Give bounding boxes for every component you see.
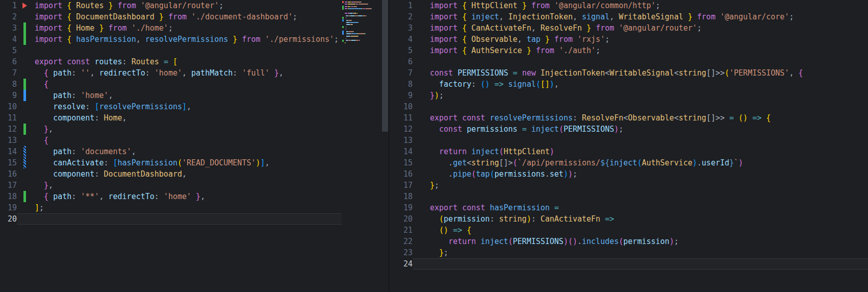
code-line[interactable]: 9}); [389, 90, 868, 101]
code-line[interactable]: 2import { inject, InjectionToken, signal… [389, 11, 868, 22]
code-line[interactable]: 9 path: 'home', [0, 90, 342, 101]
code-line[interactable]: 17}; [389, 180, 868, 191]
line-number[interactable]: 1 [389, 0, 413, 11]
line-number[interactable]: 17 [0, 180, 17, 191]
line-number[interactable]: 18 [389, 191, 413, 202]
line-number[interactable]: 14 [389, 146, 413, 157]
gutter-decoration [17, 168, 32, 180]
gutter-decoration [413, 135, 427, 146]
code-line[interactable]: 2import { DocumentDashboard } from './do… [0, 11, 342, 22]
line-number[interactable]: 17 [389, 180, 413, 191]
code-line[interactable]: 23 }; [389, 247, 868, 258]
line-number[interactable]: 19 [0, 202, 17, 213]
line-number[interactable]: 15 [389, 157, 413, 168]
code-line[interactable]: 5import { AuthService } from './auth'; [389, 45, 868, 56]
line-number[interactable]: 23 [389, 247, 413, 258]
minimap[interactable] [342, 0, 381, 292]
code-line[interactable]: 19]; [0, 202, 342, 213]
code-line[interactable]: 12 }, [0, 124, 342, 135]
scrollbar[interactable] [381, 0, 389, 292]
line-number[interactable]: 11 [0, 112, 17, 124]
scrollbar-slider[interactable] [382, 0, 388, 132]
code-line[interactable]: 5 [0, 45, 342, 56]
line-number[interactable]: 16 [0, 168, 17, 180]
code-line[interactable]: 8 factory: () => signal([]), [389, 79, 868, 90]
line-number[interactable]: 5 [389, 45, 413, 56]
line-number[interactable]: 15 [0, 157, 17, 168]
code-line[interactable]: 13 { [0, 135, 342, 146]
code-line[interactable]: 18 [389, 191, 868, 202]
code-line[interactable]: 10 resolve: [resolvePermissions], [0, 101, 342, 112]
code-line[interactable]: 16 .pipe(tap(permissions.set)); [389, 168, 868, 180]
code-line[interactable]: 15 .get<string[]>(`/api/permissions/${in… [389, 157, 868, 168]
code-line[interactable]: 20 (permission: string): CanActivateFn =… [389, 213, 868, 225]
code-line[interactable]: 7 { path: '', redirectTo: 'home', pathMa… [0, 67, 342, 79]
code-line[interactable]: 4import { Observable, tap } from 'rxjs'; [389, 34, 868, 45]
line-number[interactable]: 9 [389, 90, 413, 101]
line-number[interactable]: 3 [0, 22, 17, 34]
code-line[interactable]: 11 component: Home, [0, 112, 342, 124]
code-line[interactable]: 10 [389, 101, 868, 112]
line-number[interactable]: 2 [0, 11, 17, 22]
code-line[interactable]: 24 [389, 258, 868, 270]
code-line[interactable]: 6 [389, 56, 868, 67]
left-editor-pane[interactable]: 1import { Routes } from '@angular/router… [0, 0, 342, 292]
line-number[interactable]: 5 [0, 45, 17, 56]
line-number[interactable]: 12 [0, 124, 17, 135]
code-text: import { Home } from './home'; [32, 22, 342, 34]
code-line[interactable]: 19export const hasPermission = [389, 202, 868, 213]
code-line[interactable]: 18 { path: '**', redirectTo: 'home' }, [0, 191, 342, 202]
line-number[interactable]: 3 [389, 22, 413, 34]
line-number[interactable]: 2 [389, 11, 413, 22]
line-number[interactable]: 13 [389, 135, 413, 146]
gutter-decoration [17, 67, 32, 79]
code-line[interactable]: 22 return inject(PERMISSIONS)().includes… [389, 236, 868, 247]
line-number[interactable]: 7 [0, 67, 17, 79]
code-line[interactable]: 3import { CanActivateFn, ResolveFn } fro… [389, 22, 868, 34]
code-line[interactable]: 11export const resolvePermissions: Resol… [389, 112, 868, 124]
line-number[interactable]: 8 [389, 79, 413, 90]
line-number[interactable]: 13 [0, 135, 17, 146]
line-number[interactable]: 19 [389, 202, 413, 213]
gutter-decoration [413, 202, 427, 213]
line-number[interactable]: 12 [389, 124, 413, 135]
line-number[interactable]: 1 [0, 0, 17, 11]
line-number[interactable]: 8 [0, 79, 17, 90]
code-line[interactable]: 1import { HttpClient } from '@angular/co… [389, 0, 868, 11]
line-number[interactable]: 16 [389, 168, 413, 180]
line-number[interactable]: 6 [0, 56, 17, 67]
code-line[interactable]: 4import { hasPermission, resolvePermissi… [0, 34, 342, 45]
line-number[interactable]: 14 [0, 146, 17, 157]
right-editor-pane[interactable]: 1import { HttpClient } from '@angular/co… [389, 0, 868, 292]
code-line[interactable]: 6export const routes: Routes = [ [0, 56, 342, 67]
line-number[interactable]: 21 [389, 225, 413, 236]
code-line[interactable]: 17 }, [0, 180, 342, 191]
code-line[interactable]: 3import { Home } from './home'; [0, 22, 342, 34]
line-number[interactable]: 7 [389, 67, 413, 79]
code-line[interactable]: 21 () => { [389, 225, 868, 236]
code-line[interactable]: 16 component: DocumentDashboard, [0, 168, 342, 180]
line-number[interactable]: 22 [389, 236, 413, 247]
line-number[interactable]: 18 [0, 191, 17, 202]
code-line[interactable]: 14 return inject(HttpClient) [389, 146, 868, 157]
minimap-added-marker [342, 8, 344, 10]
code-text: }); [427, 90, 868, 101]
code-line[interactable]: 20 [0, 213, 342, 225]
code-line[interactable]: 12 const permissions = inject(PERMISSION… [389, 124, 868, 135]
code-line[interactable]: 1import { Routes } from '@angular/router… [0, 0, 342, 11]
code-line[interactable]: 8 { [0, 79, 342, 90]
line-number[interactable]: 20 [0, 213, 17, 225]
code-line[interactable]: 7const PERMISSIONS = new InjectionToken<… [389, 67, 868, 79]
line-number[interactable]: 10 [0, 101, 17, 112]
line-number[interactable]: 11 [389, 112, 413, 124]
code-line[interactable]: 15 canActivate: [hasPermission('READ_DOC… [0, 157, 342, 168]
code-line[interactable]: 13 [389, 135, 868, 146]
line-number[interactable]: 9 [0, 90, 17, 101]
code-line[interactable]: 14 path: 'documents', [0, 146, 342, 157]
line-number[interactable]: 24 [389, 258, 413, 270]
line-number[interactable]: 6 [389, 56, 413, 67]
line-number[interactable]: 20 [389, 213, 413, 225]
line-number[interactable]: 10 [389, 101, 413, 112]
line-number[interactable]: 4 [389, 34, 413, 45]
line-number[interactable]: 4 [0, 34, 17, 45]
